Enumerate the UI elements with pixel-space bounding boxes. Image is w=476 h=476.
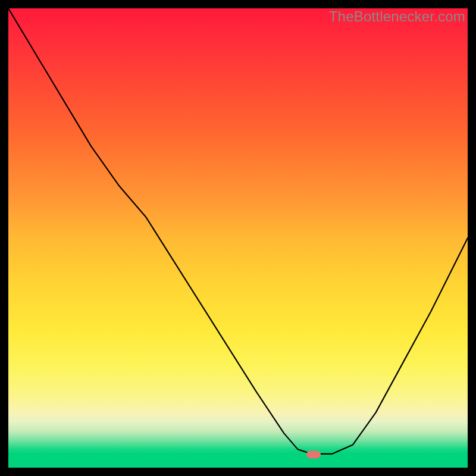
optimal-marker xyxy=(306,451,321,459)
chart-frame xyxy=(8,8,468,468)
curve-layer xyxy=(8,8,468,468)
bottleneck-curve xyxy=(8,8,468,454)
plot-area xyxy=(8,8,468,468)
watermark-label: TheBottlenecker.com xyxy=(329,8,465,25)
